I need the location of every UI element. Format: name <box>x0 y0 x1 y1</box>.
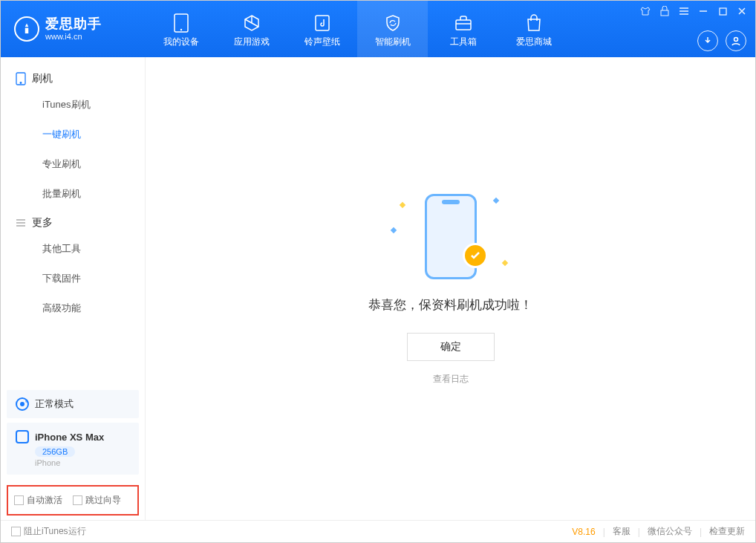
device-box[interactable]: iPhone XS Max 256GB iPhone <box>7 423 139 475</box>
music-icon <box>313 13 332 33</box>
mode-box[interactable]: 正常模式 <box>7 390 139 418</box>
check-icon <box>463 243 488 268</box>
block-itunes-checkbox[interactable]: 阻止iTunes运行 <box>11 525 86 538</box>
skip-guide-checkbox[interactable]: 跳过向导 <box>73 494 121 507</box>
svg-rect-5 <box>720 8 726 15</box>
device-name: iPhone XS Max <box>35 432 104 443</box>
nav-store[interactable]: 爱思商城 <box>498 1 569 57</box>
sidebar-item-download-firmware[interactable]: 下载固件 <box>1 264 145 293</box>
nav-ringtones[interactable]: 铃声壁纸 <box>287 1 357 57</box>
support-link[interactable]: 客服 <box>613 525 630 538</box>
footer: 阻止iTunes运行 V8.16 | 客服 | 微信公众号 | 检查更新 <box>1 520 755 542</box>
shield-refresh-icon <box>383 13 403 33</box>
maximize-button[interactable] <box>717 5 729 17</box>
sidebar: 刷机 iTunes刷机 一键刷机 专业刷机 批量刷机 更多 其他工具 下载固件 … <box>1 57 146 520</box>
sidebar-item-other-tools[interactable]: 其他工具 <box>1 234 145 264</box>
minimize-button[interactable] <box>697 5 709 17</box>
menu-icon[interactable] <box>678 5 690 17</box>
user-button[interactable] <box>726 30 746 51</box>
app-url: www.i4.cn <box>45 32 102 41</box>
svg-rect-4 <box>661 10 668 16</box>
update-link[interactable]: 检查更新 <box>709 525 745 538</box>
sidebar-group-more: 更多 <box>1 209 145 234</box>
cube-icon <box>242 13 261 33</box>
success-illustration <box>391 192 510 282</box>
view-log-link[interactable]: 查看日志 <box>433 373 469 386</box>
nav-flash[interactable]: 智能刷机 <box>357 1 428 57</box>
checkbox-icon <box>14 495 24 505</box>
shirt-icon[interactable] <box>639 5 651 17</box>
app-header: 爱思助手 www.i4.cn 我的设备 应用游戏 铃声壁纸 智能刷机 工具箱 爱… <box>1 1 755 57</box>
success-message: 恭喜您，保资料刷机成功啦！ <box>368 296 532 313</box>
device-phone-icon <box>16 430 29 443</box>
app-name: 爱思助手 <box>45 17 102 32</box>
bag-icon <box>524 13 544 33</box>
sidebar-item-advanced[interactable]: 高级功能 <box>1 293 145 323</box>
device-icon <box>172 13 191 33</box>
checkbox-icon <box>11 527 21 536</box>
wechat-link[interactable]: 微信公众号 <box>648 525 692 538</box>
confirm-button[interactable]: 确定 <box>407 333 495 361</box>
main-content: 恭喜您，保资料刷机成功啦！ 确定 查看日志 <box>146 57 755 520</box>
list-icon <box>16 218 26 227</box>
logo-icon <box>14 16 39 42</box>
lock-icon[interactable] <box>659 5 671 17</box>
device-type: iPhone <box>35 458 130 467</box>
svg-point-6 <box>734 38 738 42</box>
sidebar-item-batch-flash[interactable]: 批量刷机 <box>1 179 145 209</box>
nav-apps[interactable]: 应用游戏 <box>216 1 287 57</box>
toolbox-icon <box>454 13 473 33</box>
version-label: V8.16 <box>572 527 595 537</box>
svg-point-1 <box>180 28 181 30</box>
svg-rect-3 <box>456 20 471 30</box>
auto-activate-checkbox[interactable]: 自动激活 <box>14 494 62 507</box>
logo: 爱思助手 www.i4.cn <box>1 16 146 42</box>
mode-label: 正常模式 <box>35 397 74 411</box>
nav-toolbox[interactable]: 工具箱 <box>428 1 498 57</box>
sidebar-item-pro-flash[interactable]: 专业刷机 <box>1 149 145 179</box>
top-nav: 我的设备 应用游戏 铃声壁纸 智能刷机 工具箱 爱思商城 <box>146 1 569 57</box>
flash-options-highlighted: 自动激活 跳过向导 <box>7 485 139 516</box>
phone-icon <box>16 72 26 85</box>
sidebar-item-itunes-flash[interactable]: iTunes刷机 <box>1 90 145 120</box>
svg-point-8 <box>20 82 22 84</box>
device-storage: 256GB <box>35 446 75 457</box>
mode-icon <box>16 397 29 411</box>
nav-my-device[interactable]: 我的设备 <box>146 1 216 57</box>
download-button[interactable] <box>697 30 718 51</box>
window-controls <box>639 5 748 17</box>
close-button[interactable] <box>736 5 748 17</box>
checkbox-icon <box>73 495 82 505</box>
sidebar-group-flash: 刷机 <box>1 65 145 90</box>
sidebar-item-oneclick-flash[interactable]: 一键刷机 <box>1 120 145 149</box>
